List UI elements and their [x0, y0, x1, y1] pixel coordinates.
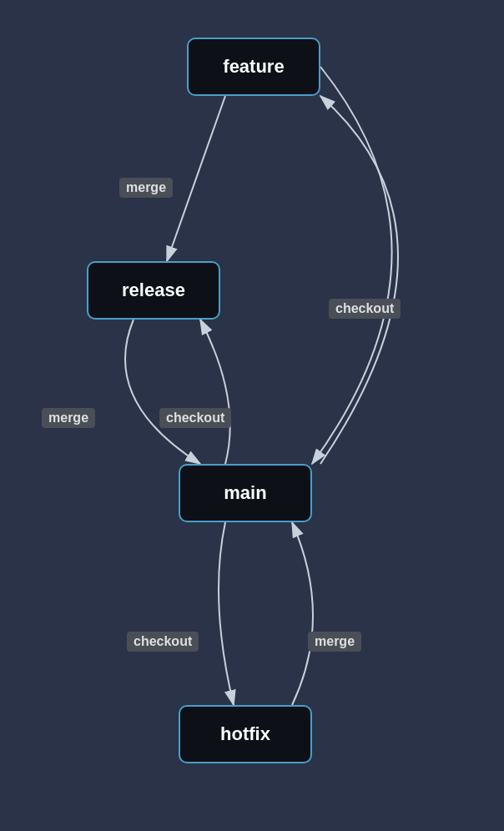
label-hotfix-main-merge: merge [308, 632, 361, 652]
node-hotfix: hotfix [179, 705, 312, 763]
diagram: feature release main hotfix merge checko… [0, 0, 504, 831]
label-feature-main-checkout: checkout [329, 299, 401, 319]
node-main: main [179, 464, 312, 522]
node-main-label: main [224, 482, 266, 504]
node-feature: feature [187, 38, 320, 96]
label-release-main-merge: merge [42, 408, 95, 428]
node-release: release [87, 261, 220, 320]
label-main-hotfix-checkout: checkout [127, 632, 199, 652]
label-release-main-checkout: checkout [159, 408, 231, 428]
node-release-label: release [122, 280, 185, 301]
node-feature-label: feature [223, 56, 284, 78]
label-feature-release-merge: merge [119, 178, 173, 198]
node-hotfix-label: hotfix [220, 723, 270, 745]
